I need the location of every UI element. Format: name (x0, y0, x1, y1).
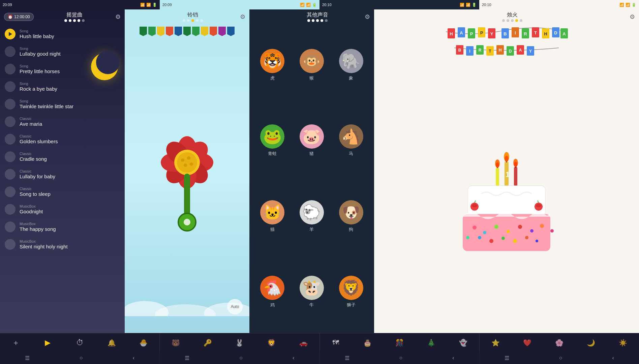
song-item-5[interactable]: ClassicAve maria (0, 113, 125, 130)
song-icon-10 (5, 204, 16, 215)
car-icon[interactable]: 🚗 (297, 336, 310, 350)
song-name-0: Hush little baby (20, 33, 120, 39)
song-item-10[interactable]: MusicBoxGoodnight (0, 201, 125, 218)
animal-face-7: 🐑 (300, 200, 324, 224)
song-item-2[interactable]: SongPretty little horses (0, 60, 125, 78)
clock-icon[interactable]: ⏱ (73, 336, 87, 350)
star-icon[interactable]: ⭐ (489, 336, 502, 350)
timer-button[interactable]: ⏰ 12:00:00 (4, 13, 34, 21)
animal-item-11[interactable]: 🦁狮子 (331, 254, 371, 330)
animal-item-4[interactable]: 🐷猪 (292, 103, 332, 178)
flower-icon[interactable]: 🌸 (552, 336, 566, 350)
song-category-10: MusicBox (20, 204, 120, 208)
flag-10 (218, 27, 226, 36)
panel4-title: 烛火 (395, 11, 630, 19)
home-btn-2[interactable]: ○ (239, 355, 243, 361)
song-item-7[interactable]: ClassicCradle song (0, 148, 125, 165)
animal-item-3[interactable]: 🐸青蛙 (253, 103, 292, 178)
lion-icon[interactable]: 🦁 (265, 336, 278, 350)
dot-2-3 (191, 19, 194, 22)
moon-nav-icon[interactable]: 🌙 (584, 336, 598, 350)
animal-item-9[interactable]: 🐔鸡 (253, 254, 292, 330)
flag-1 (140, 27, 147, 36)
heart-icon[interactable]: ❤️ (521, 336, 534, 350)
signal-icon-1: 📶 (140, 3, 145, 7)
add-icon[interactable]: ＋ (9, 336, 23, 350)
cake-nav-icon[interactable]: 🎂 (361, 336, 374, 350)
animal-name-10: 牛 (309, 302, 314, 308)
dot-3-1 (307, 19, 310, 22)
chick-icon[interactable]: 🐣 (137, 336, 150, 350)
song-icon-9 (5, 186, 16, 197)
song-category-7: Classic (20, 152, 120, 156)
animal-face-9: 🐔 (260, 276, 284, 300)
song-item-0[interactable]: SongHush little baby (0, 25, 125, 43)
song-item-6[interactable]: ClassicGolden slumbers (0, 130, 125, 148)
song-item-9[interactable]: ClassicSong to sleep (0, 183, 125, 201)
auto-badge[interactable]: Auto (227, 299, 243, 314)
rabbit-icon[interactable]: 🐰 (233, 336, 246, 350)
home-btn-1[interactable]: ○ (80, 355, 83, 361)
menu-btn-3[interactable]: ☰ (345, 355, 349, 361)
svg-text:1: 1 (506, 170, 510, 179)
back-btn-3[interactable]: ‹ (452, 355, 454, 361)
rattle-icon[interactable]: 🔔 (105, 336, 118, 350)
animal-item-0[interactable]: 🐯虎 (253, 27, 292, 103)
ghost-icon[interactable]: 👻 (456, 336, 470, 350)
panel2-dots (146, 19, 240, 22)
svg-point-91 (518, 225, 522, 229)
play-icon[interactable]: ▶ (41, 336, 55, 350)
back-btn-2[interactable]: ‹ (293, 355, 294, 361)
wifi-icon-2: 📶 (306, 3, 311, 7)
bear-icon[interactable]: 🐻 (169, 336, 183, 350)
home-btn-4[interactable]: ○ (559, 355, 562, 361)
animal-name-7: 羊 (309, 226, 314, 233)
signal-icon-4: 📶 (619, 3, 624, 7)
song-category-5: Classic (20, 117, 120, 121)
animal-item-6[interactable]: 🐱猫 (253, 179, 292, 254)
animal-face-5: 🐴 (339, 124, 363, 149)
dot-3-4 (321, 19, 323, 22)
dot-1-3 (73, 19, 76, 22)
song-item-11[interactable]: MusicBoxThe happy song (0, 218, 125, 236)
animal-item-1[interactable]: 🐵猴 (292, 27, 332, 103)
filter-icon-2[interactable]: ⚙ (240, 13, 245, 21)
panel3-dots (270, 19, 365, 22)
filter-icon-3[interactable]: ⚙ (365, 13, 370, 21)
song-item-1[interactable]: SongLullaby good night (0, 43, 125, 60)
menu-btn-2[interactable]: ☰ (185, 355, 189, 361)
svg-text:P: P (480, 30, 483, 35)
filter-icon-4[interactable]: ⚙ (630, 13, 635, 21)
song-icon-2 (5, 64, 16, 74)
song-name-8: Lullaby for baby (20, 174, 120, 179)
key-icon[interactable]: 🔑 (201, 336, 214, 350)
animal-item-10[interactable]: 🐮牛 (292, 254, 332, 330)
dot-4-4 (515, 19, 518, 22)
song-item-3[interactable]: SongRock a bye baby (0, 78, 125, 95)
animal-item-7[interactable]: 🐑羊 (292, 179, 332, 254)
animal-item-5[interactable]: 🐴马 (331, 103, 371, 178)
filter-icon-1[interactable]: ⚙ (115, 13, 121, 21)
svg-text:A: A (562, 31, 566, 36)
song-info-11: MusicBoxThe happy song (20, 222, 120, 232)
map-icon[interactable]: 🗺 (329, 336, 342, 350)
menu-btn-1[interactable]: ☰ (25, 355, 30, 361)
back-btn-1[interactable]: ‹ (133, 355, 134, 361)
animal-item-2[interactable]: 🐘象 (331, 27, 371, 103)
song-item-8[interactable]: ClassicLullaby for baby (0, 165, 125, 183)
song-name-7: Cradle song (20, 156, 120, 162)
birthday-panel: 烛火 ⚙ H A P (374, 9, 639, 333)
menu-btn-4[interactable]: ☰ (505, 355, 509, 361)
home-btn-3[interactable]: ○ (399, 355, 403, 361)
sys-nav-3: ☰ ○ ‹ (320, 352, 480, 364)
song-item-4[interactable]: SongTwinkle twinkle little star (0, 95, 125, 113)
sun-icon[interactable]: ☀️ (616, 336, 630, 350)
back-btn-4[interactable]: ‹ (612, 355, 614, 361)
song-item-12[interactable]: MusicBoxSilent night holy night (0, 236, 125, 253)
animal-item-8[interactable]: 🐶狗 (331, 179, 371, 254)
svg-text:T: T (534, 30, 537, 35)
tree-icon[interactable]: 🎄 (425, 336, 438, 350)
song-name-5: Ave maria (20, 121, 120, 127)
song-info-4: SongTwinkle twinkle little star (20, 99, 120, 109)
balloon-icon[interactable]: 🎊 (393, 336, 406, 350)
